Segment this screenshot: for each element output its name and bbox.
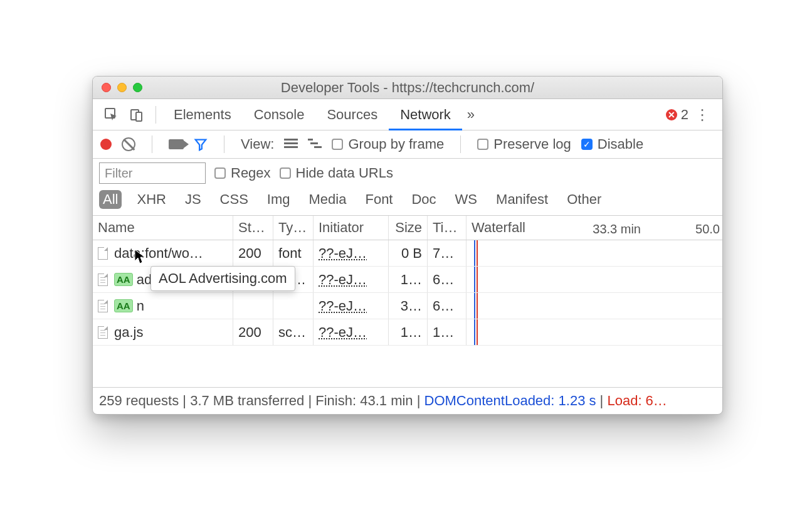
clear-button[interactable] xyxy=(122,137,135,151)
type-filter-css[interactable]: CSS xyxy=(216,190,252,209)
script-file-icon xyxy=(98,326,108,339)
device-toolbar-icon[interactable] xyxy=(124,104,149,126)
cell-waterfall xyxy=(467,240,722,266)
col-type[interactable]: Ty… xyxy=(273,216,314,240)
screenshot-capture-icon[interactable] xyxy=(169,139,184,149)
cell-initiator[interactable]: ??-eJ… xyxy=(319,324,367,341)
type-filter-xhr[interactable]: XHR xyxy=(133,190,169,209)
checkbox-label: Group by frame xyxy=(348,136,444,152)
type-filter-manifest[interactable]: Manifest xyxy=(492,190,552,209)
status-load: Load: 6… xyxy=(607,393,667,408)
table-row[interactable]: AAn ??-eJ… 3… 6… xyxy=(93,293,722,319)
tab-label: Sources xyxy=(327,107,377,123)
waterfall-tick: 50.0 xyxy=(695,222,720,236)
error-count-badge[interactable]: ✕ 2 xyxy=(666,107,688,123)
cell-size: 3… xyxy=(389,293,428,319)
table-header: Name St… Ty… Initiator Size Ti… Waterfal… xyxy=(93,216,722,240)
svg-rect-8 xyxy=(314,146,322,148)
inspect-element-icon[interactable] xyxy=(99,104,124,126)
tab-network[interactable]: Network xyxy=(389,99,462,130)
large-rows-toggle[interactable] xyxy=(284,139,298,150)
cell-time: 6… xyxy=(428,267,467,292)
waterfall-tick: 33.3 min xyxy=(593,222,641,236)
overview-toggle[interactable] xyxy=(308,139,322,150)
error-count: 2 xyxy=(681,107,688,123)
request-name: data:font/wo… xyxy=(114,245,203,262)
more-menu-button[interactable]: ⋮ xyxy=(688,106,716,124)
ad-badge: AA xyxy=(114,299,133,312)
tab-label: Elements xyxy=(174,107,231,123)
group-by-frame-checkbox[interactable]: Group by frame xyxy=(332,136,444,152)
checkbox-label: Preserve log xyxy=(493,136,571,152)
tab-console[interactable]: Console xyxy=(243,99,316,130)
svg-rect-4 xyxy=(284,142,298,144)
checkbox-icon: ✓ xyxy=(581,139,593,150)
cell-type: sc… xyxy=(273,319,314,345)
request-name: n xyxy=(137,298,144,314)
cell-status xyxy=(233,293,273,319)
type-filter-img[interactable]: Img xyxy=(263,190,294,209)
script-file-icon xyxy=(98,274,108,286)
checkbox-label: Hide data URLs xyxy=(296,165,393,181)
request-type-filters: All XHR JS CSS Img Media Font Doc WS Man… xyxy=(93,188,722,216)
checkbox-icon xyxy=(280,167,291,179)
record-button[interactable] xyxy=(100,139,112,150)
type-filter-other[interactable]: Other xyxy=(563,190,605,209)
filter-row: Regex Hide data URLs xyxy=(93,159,722,188)
tab-elements[interactable]: Elements xyxy=(162,99,243,130)
cell-time: 6… xyxy=(428,293,467,319)
tab-label: Console xyxy=(254,107,305,123)
script-file-icon xyxy=(98,300,108,312)
col-name[interactable]: Name xyxy=(93,216,233,240)
table-body: data:font/wo… 200 font ??-eJ… 0 B 7… AAa… xyxy=(93,240,722,346)
table-row[interactable]: ga.js 200 sc… ??-eJ… 1… 1… xyxy=(93,319,722,346)
col-time[interactable]: Ti… xyxy=(428,216,467,240)
col-status[interactable]: St… xyxy=(233,216,273,240)
type-filter-all[interactable]: All xyxy=(99,190,122,209)
checkbox-label: Regex xyxy=(231,165,271,181)
titlebar: Developer Tools - https://techcrunch.com… xyxy=(93,77,722,99)
cell-waterfall xyxy=(467,319,722,345)
panel-tabs: Elements Console Sources Network » ✕ 2 ⋮ xyxy=(93,99,722,130)
svg-rect-5 xyxy=(284,146,298,148)
view-label: View: xyxy=(241,136,274,152)
error-icon: ✕ xyxy=(666,109,677,120)
tab-sources[interactable]: Sources xyxy=(315,99,389,130)
cell-waterfall xyxy=(467,293,722,319)
cell-initiator[interactable]: ??-eJ… xyxy=(319,272,367,288)
ad-badge: AA xyxy=(114,273,133,286)
type-filter-font[interactable]: Font xyxy=(361,190,396,209)
type-filter-media[interactable]: Media xyxy=(305,190,351,209)
cell-status: 200 xyxy=(233,240,273,266)
network-table: Name St… Ty… Initiator Size Ti… Waterfal… xyxy=(93,216,722,387)
status-requests: 259 requests xyxy=(99,393,179,408)
regex-checkbox[interactable]: Regex xyxy=(214,165,271,181)
hide-data-urls-checkbox[interactable]: Hide data URLs xyxy=(280,165,393,181)
cell-status: 200 xyxy=(233,319,273,345)
status-bar: 259 requests | 3.7 MB transferred | Fini… xyxy=(93,387,722,414)
cell-initiator[interactable]: ??-eJ… xyxy=(319,245,367,262)
status-dcl: DOMContentLoaded: 1.23 s xyxy=(424,393,596,408)
file-icon xyxy=(98,247,108,260)
separator xyxy=(460,135,461,153)
type-filter-doc[interactable]: Doc xyxy=(408,190,440,209)
cell-size: 1… xyxy=(389,267,428,292)
type-filter-ws[interactable]: WS xyxy=(451,190,481,209)
checkbox-icon xyxy=(477,139,488,150)
disable-cache-checkbox[interactable]: ✓ Disable xyxy=(581,136,643,152)
window-title: Developer Tools - https://techcrunch.com… xyxy=(93,80,722,96)
tabs-overflow-button[interactable]: » xyxy=(462,99,480,130)
filter-input[interactable] xyxy=(99,162,206,184)
table-row[interactable]: data:font/wo… 200 font ??-eJ… 0 B 7… xyxy=(93,240,722,267)
separator xyxy=(152,135,152,153)
filter-toggle-icon[interactable] xyxy=(194,137,208,151)
cell-initiator[interactable]: ??-eJ… xyxy=(319,298,367,314)
col-size[interactable]: Size xyxy=(389,216,428,240)
checkbox-icon xyxy=(332,139,343,150)
col-waterfall[interactable]: Waterfall 33.3 min 50.0 xyxy=(467,216,722,240)
checkbox-label: Disable xyxy=(598,136,643,152)
preserve-log-checkbox[interactable]: Preserve log xyxy=(477,136,571,152)
col-initiator[interactable]: Initiator xyxy=(314,216,389,240)
type-filter-js[interactable]: JS xyxy=(181,190,205,209)
cell-type: font xyxy=(273,240,314,266)
